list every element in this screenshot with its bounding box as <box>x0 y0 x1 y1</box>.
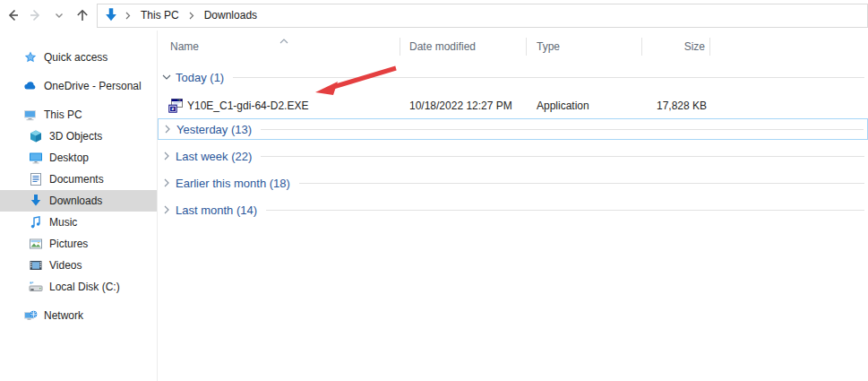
sidebar-item-this-pc[interactable]: This PC <box>0 104 157 126</box>
video-icon <box>29 258 43 273</box>
sidebar-item-label: Local Disk (C:) <box>49 281 120 293</box>
breadcrumb-chevron-icon <box>189 12 194 20</box>
file-rows: Today (1) z Y10E_C1-gdi-64-D2.EXE 10/18/… <box>158 60 868 221</box>
application-exe-icon: z <box>168 99 183 113</box>
disk-drive-icon <box>29 280 43 294</box>
sidebar-item-3d-objects[interactable]: 3D Objects <box>0 126 157 147</box>
sidebar-item-label: Documents <box>49 173 104 186</box>
sidebar-item-music[interactable]: Music <box>0 212 157 233</box>
sidebar-item-desktop[interactable]: Desktop <box>0 147 157 169</box>
sidebar-item-downloads[interactable]: Downloads <box>0 190 157 212</box>
file-name: Y10E_C1-gdi-64-D2.EXE <box>187 100 308 112</box>
group-header-last-month[interactable]: Last month (14) <box>158 199 868 221</box>
column-header-date-modified[interactable]: Date modified <box>400 33 527 60</box>
group-label: Earlier this month (18) <box>176 177 290 190</box>
desktop-icon <box>29 151 43 165</box>
nav-buttons <box>0 4 97 26</box>
sidebar-item-videos[interactable]: Videos <box>0 255 157 276</box>
sidebar-item-label: Desktop <box>49 152 89 164</box>
group-label: Today (1) <box>176 71 224 84</box>
sidebar-item-onedrive[interactable]: OneDrive - Personal <box>0 75 157 97</box>
back-icon <box>4 7 21 23</box>
file-date-modified: 10/18/2022 12:27 PM <box>400 100 527 112</box>
sidebar-item-label: OneDrive - Personal <box>44 80 142 92</box>
group-header-last-week[interactable]: Last week (22) <box>158 145 868 167</box>
sidebar-item-local-disk-c[interactable]: Local Disk (C:) <box>0 276 157 298</box>
column-headers: Name Date modified Type Size <box>158 33 868 60</box>
navigation-pane: Quick access OneDrive - Personal This PC… <box>0 30 158 381</box>
file-row[interactable]: z Y10E_C1-gdi-64-D2.EXE 10/18/2022 12:27… <box>158 93 868 118</box>
column-header-name[interactable]: Name <box>158 33 400 60</box>
cube-icon <box>29 129 43 143</box>
forward-button[interactable] <box>25 4 47 26</box>
chevron-collapsed-icon[interactable] <box>158 152 176 160</box>
arrow-up-icon <box>74 7 90 23</box>
sidebar-item-label: Quick access <box>44 51 107 64</box>
network-icon <box>23 308 38 323</box>
recent-locations-button[interactable] <box>48 4 70 26</box>
group-header-earlier-this-month[interactable]: Earlier this month (18) <box>158 172 868 194</box>
chevron-expanded-icon[interactable] <box>158 74 176 81</box>
music-note-icon <box>29 215 43 229</box>
chevron-collapsed-icon[interactable] <box>159 125 176 134</box>
sidebar-item-network[interactable]: Network <box>0 305 157 326</box>
group-header-yesterday[interactable]: Yesterday (13) <box>158 118 868 140</box>
document-icon <box>29 172 43 186</box>
picture-icon <box>29 237 43 251</box>
computer-icon <box>23 108 38 122</box>
column-header-size[interactable]: Size <box>642 33 710 60</box>
svg-text:z: z <box>171 106 174 111</box>
group-rule <box>233 77 864 78</box>
toolbar: This PC Downloads <box>0 0 868 30</box>
sort-ascending-icon <box>279 34 288 47</box>
forward-icon <box>28 7 44 23</box>
sidebar-item-label: 3D Objects <box>49 130 102 143</box>
group-label: Last month (14) <box>176 203 257 217</box>
sidebar-item-label: Music <box>49 216 77 229</box>
column-header-type[interactable]: Type <box>527 33 642 60</box>
address-bar[interactable]: This PC Downloads <box>97 4 868 28</box>
chevron-collapsed-icon[interactable] <box>158 205 176 214</box>
group-rule <box>266 210 864 211</box>
chevron-collapsed-icon[interactable] <box>158 178 176 187</box>
breadcrumb-this-pc[interactable]: This PC <box>135 6 185 24</box>
sidebar-item-label: Network <box>44 309 83 322</box>
cloud-icon <box>23 79 38 93</box>
sidebar-item-documents[interactable]: Documents <box>0 169 157 190</box>
group-rule <box>261 156 864 157</box>
group-label: Yesterday (13) <box>176 123 252 136</box>
up-button[interactable] <box>72 4 93 26</box>
file-list-pane: Name Date modified Type Size <box>158 30 868 381</box>
group-rule <box>261 129 864 130</box>
star-icon <box>23 50 38 65</box>
file-type: Application <box>527 100 642 112</box>
back-button[interactable] <box>2 4 23 26</box>
sidebar-item-label: Videos <box>49 259 82 272</box>
breadcrumb-chevron-icon <box>125 12 131 20</box>
window-content: Quick access OneDrive - Personal This PC… <box>0 30 868 381</box>
sidebar-item-pictures[interactable]: Pictures <box>0 233 157 255</box>
sidebar-item-label: Pictures <box>49 238 88 250</box>
downloads-folder-icon <box>103 7 119 23</box>
group-rule <box>299 183 864 184</box>
column-header-blank <box>710 33 868 60</box>
group-header-today[interactable]: Today (1) <box>158 66 868 88</box>
group-label: Last week (22) <box>176 150 252 163</box>
breadcrumb-downloads[interactable]: Downloads <box>199 6 262 24</box>
file-size: 17,828 KB <box>642 93 710 118</box>
download-icon <box>29 194 43 208</box>
chevron-down-icon <box>55 12 64 19</box>
sidebar-item-label: This PC <box>44 108 82 121</box>
sidebar-item-label: Downloads <box>49 195 102 207</box>
sidebar-item-quick-access[interactable]: Quick access <box>0 47 157 68</box>
